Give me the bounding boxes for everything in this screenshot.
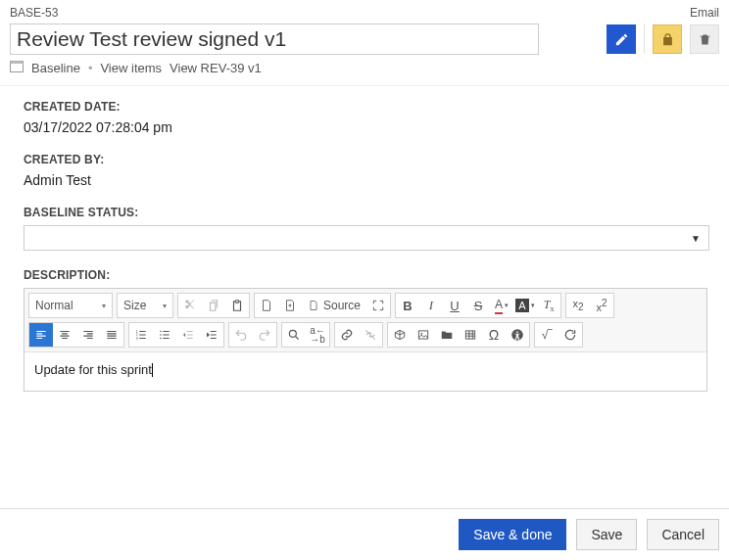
bg-color-icon: A <box>515 299 528 312</box>
format-dropdown[interactable]: Normal ▾ <box>28 293 113 318</box>
description-label: DESCRIPTION: <box>24 268 705 282</box>
align-justify-icon <box>105 328 119 342</box>
undo-icon <box>234 328 248 342</box>
table-icon <box>463 328 477 342</box>
pencil-icon <box>614 32 629 47</box>
title-input[interactable] <box>10 23 539 55</box>
paste-button[interactable] <box>225 294 249 317</box>
new-page-button[interactable] <box>255 294 278 317</box>
outdent-button[interactable] <box>176 323 200 347</box>
trash-icon <box>698 32 712 47</box>
caret-down-icon: ▾ <box>163 302 167 310</box>
paste-icon <box>230 299 244 312</box>
baseline-label: Baseline <box>31 61 80 75</box>
table-button[interactable] <box>459 323 482 347</box>
editor-text: Update for this sprint <box>34 362 153 377</box>
source-icon <box>308 300 319 311</box>
align-right-icon <box>81 328 95 342</box>
unlink-icon <box>364 328 377 342</box>
link-button[interactable] <box>335 323 359 347</box>
subscript-button[interactable]: x2 <box>566 294 590 317</box>
link-icon <box>340 328 354 342</box>
add-item-button[interactable] <box>388 323 412 347</box>
source-button[interactable]: Source <box>302 294 366 317</box>
size-dropdown[interactable]: Size ▾ <box>117 293 173 318</box>
align-right-button[interactable] <box>76 323 100 347</box>
replace-icon: a←→b <box>310 326 325 344</box>
separator-dot: • <box>88 61 93 75</box>
superscript-button[interactable]: x2 <box>590 294 613 317</box>
subscript-icon: x2 <box>573 298 584 312</box>
svg-point-7 <box>160 338 162 340</box>
image-button[interactable] <box>412 323 435 347</box>
copy-icon <box>207 299 220 312</box>
math-button[interactable]: √‾ <box>535 323 559 347</box>
cube-plus-icon <box>393 328 407 342</box>
svg-point-6 <box>160 334 162 336</box>
divider <box>644 24 645 54</box>
baseline-status-select[interactable]: ▼ <box>24 225 709 251</box>
italic-icon: I <box>429 298 433 313</box>
file-browser-button[interactable] <box>435 323 459 347</box>
align-left-icon <box>34 328 48 342</box>
svg-text:3: 3 <box>136 337 138 341</box>
svg-point-5 <box>160 331 162 333</box>
underline-button[interactable]: U <box>443 294 466 317</box>
editor-content[interactable]: Update for this sprint <box>24 351 706 391</box>
find-button[interactable] <box>282 323 306 347</box>
sqrt-icon: √‾ <box>542 328 553 342</box>
svg-rect-1 <box>11 61 24 64</box>
indent-button[interactable] <box>200 323 223 347</box>
remove-format-button[interactable]: Tx <box>537 294 560 317</box>
lock-button[interactable] <box>653 24 682 54</box>
refresh-icon <box>563 328 577 342</box>
created-date-label: CREATED DATE: <box>24 100 705 114</box>
bg-color-button[interactable]: A▾ <box>513 294 537 317</box>
maximize-button[interactable] <box>366 294 390 317</box>
align-center-icon <box>58 328 72 342</box>
replace-button[interactable]: a←→b <box>306 323 329 347</box>
edit-button[interactable] <box>607 24 636 54</box>
text-color-button[interactable]: A▾ <box>490 294 513 317</box>
cut-button[interactable] <box>178 294 202 317</box>
svg-rect-11 <box>465 331 474 339</box>
email-link[interactable]: Email <box>690 6 719 20</box>
copy-button[interactable] <box>202 294 225 317</box>
accessibility-icon <box>510 328 524 342</box>
search-icon <box>287 328 301 342</box>
underline-icon: U <box>450 299 459 313</box>
align-justify-button[interactable] <box>100 323 123 347</box>
cancel-button[interactable]: Cancel <box>647 519 719 550</box>
bold-button[interactable]: B <box>396 294 419 317</box>
outdent-icon <box>181 328 195 342</box>
refresh-button[interactable] <box>559 323 582 347</box>
item-id: BASE-53 <box>10 6 58 20</box>
bullet-list-button[interactable] <box>153 323 176 347</box>
indent-icon <box>205 328 219 342</box>
view-items-link[interactable]: View items <box>100 61 162 75</box>
svg-rect-9 <box>418 331 427 339</box>
align-center-button[interactable] <box>53 323 76 347</box>
strike-button[interactable]: S <box>466 294 490 317</box>
undo-button[interactable] <box>229 323 253 347</box>
special-char-button[interactable]: Ω <box>482 323 506 347</box>
templates-button[interactable] <box>278 294 302 317</box>
cut-icon <box>183 299 197 312</box>
accessibility-button[interactable] <box>506 323 529 347</box>
superscript-icon: x2 <box>597 298 608 313</box>
redo-button[interactable] <box>253 323 276 347</box>
save-done-button[interactable]: Save & done <box>459 519 566 550</box>
numbered-list-button[interactable]: 123 <box>129 323 153 347</box>
unlink-button[interactable] <box>359 323 382 347</box>
page-icon <box>260 299 273 312</box>
window-icon <box>10 61 24 72</box>
lock-icon <box>660 32 675 47</box>
save-button[interactable]: Save <box>576 519 637 550</box>
view-rev-link[interactable]: View REV-39 v1 <box>170 61 262 75</box>
image-icon <box>416 328 430 342</box>
delete-button[interactable] <box>690 24 719 54</box>
created-date-value: 03/17/2022 07:28:04 pm <box>24 119 705 135</box>
align-left-button[interactable] <box>29 323 53 347</box>
italic-button[interactable]: I <box>419 294 443 317</box>
folder-icon <box>440 328 454 342</box>
